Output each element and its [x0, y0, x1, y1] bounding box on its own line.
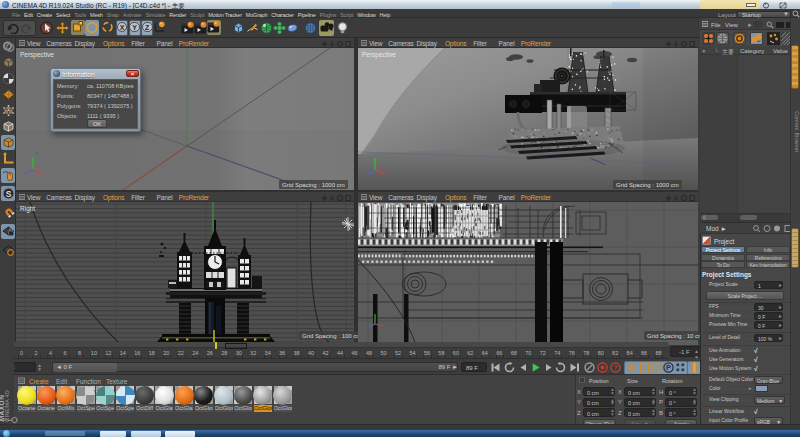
svg-text:S: S: [5, 189, 11, 199]
svg-text:P: P: [666, 363, 671, 372]
svg-text:?: ?: [613, 364, 617, 371]
